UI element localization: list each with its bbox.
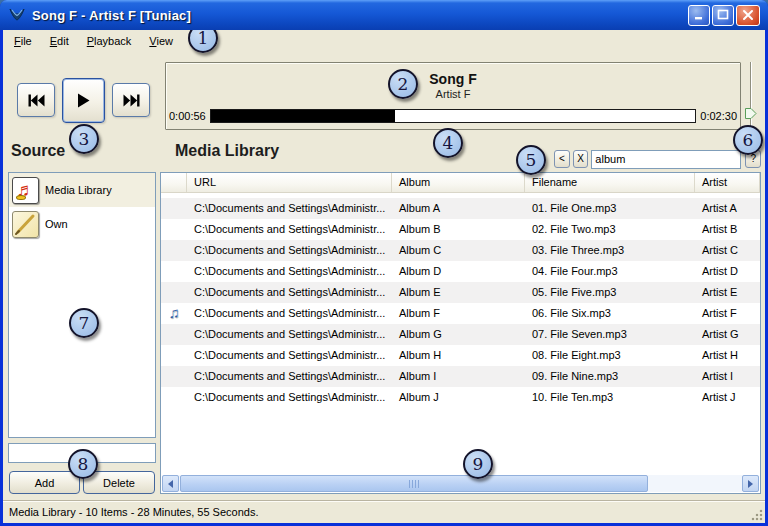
library-table: URLAlbumFilenameArtist C:\Documents and … [160,172,761,494]
table-row[interactable]: C:\Documents and Settings\Administr...Al… [161,261,760,282]
minimize-button[interactable] [688,5,710,26]
column-header-artist[interactable]: Artist [695,173,760,192]
search-input[interactable] [591,150,741,169]
cell-gutter [161,345,187,366]
next-button[interactable] [112,83,150,117]
cell-gutter [161,240,187,261]
menu-playback[interactable]: Playback [78,32,141,50]
cell-gutter: ♫ [161,303,187,324]
scroll-left-button[interactable] [162,475,179,492]
progress-row: 0:00:56 0:02:30 [169,109,737,123]
cell-gutter [161,387,187,408]
seek-bar[interactable] [210,109,697,123]
source-item-label: Own [45,218,68,230]
menu-bar: FileEditPlaybackViewHelp [3,30,765,52]
source-list: ♬Media LibraryOwn [8,172,156,438]
column-header-filename[interactable]: Filename [525,173,695,192]
cell-filename: 10. File Ten.mp3 [525,387,695,408]
table-row[interactable]: ♫C:\Documents and Settings\Administr...A… [161,303,760,324]
tuniac-logo-icon [8,6,28,24]
cell-gutter [161,198,187,219]
total-time: 0:02:30 [700,110,737,122]
library-heading: Media Library [175,142,279,160]
cell-filename: 02. File Two.mp3 [525,219,695,240]
callout-7: 7 [69,308,99,338]
window-title: Song F - Artist F [Tuniac] [32,8,688,23]
menu-view[interactable]: View [140,32,182,50]
close-button[interactable] [736,5,760,26]
cell-url: C:\Documents and Settings\Administr... [187,282,392,303]
cell-artist: Artist E [695,282,760,303]
column-header-album[interactable]: Album [392,173,525,192]
song-title: Song F [166,71,740,87]
client-area: FileEditPlaybackViewHelp Song F Artist F… [3,30,765,500]
scroll-left-arrow-icon [168,480,173,488]
table-row[interactable]: C:\Documents and Settings\Administr...Al… [161,366,760,387]
cell-album: Album D [392,261,525,282]
cell-album: Album G [392,324,525,345]
source-heading: Source [11,142,65,160]
callout-9: 9 [463,449,493,479]
cell-filename: 01. File One.mp3 [525,198,695,219]
cell-artist: Artist H [695,345,760,366]
delete-button[interactable]: Delete [83,471,155,494]
menu-edit[interactable]: Edit [41,32,78,50]
status-bar: Media Library - 10 Items - 28 Minutes, 5… [3,500,765,523]
cell-album: Album C [392,240,525,261]
source-item-media-library[interactable]: ♬Media Library [9,173,155,207]
cell-url: C:\Documents and Settings\Administr... [187,345,392,366]
cell-artist: Artist D [695,261,760,282]
cell-album: Album A [392,198,525,219]
previous-button[interactable] [17,83,55,117]
play-button[interactable] [62,78,105,123]
cell-filename: 03. File Three.mp3 [525,240,695,261]
now-playing-icon: ♫ [168,304,179,321]
cell-gutter [161,282,187,303]
table-row[interactable]: C:\Documents and Settings\Administr...Al… [161,282,760,303]
table-row[interactable]: C:\Documents and Settings\Administr...Al… [161,324,760,345]
elapsed-time: 0:00:56 [169,110,206,122]
cell-artist: Artist J [695,387,760,408]
cell-artist: Artist F [695,303,760,324]
title-bar[interactable]: Song F - Artist F [Tuniac] [0,0,768,30]
search-clear-button[interactable]: X [573,150,589,168]
cell-url: C:\Documents and Settings\Administr... [187,324,392,345]
cell-album: Album J [392,387,525,408]
scrollbar-thumb[interactable] [180,475,648,492]
scroll-right-button[interactable] [742,475,759,492]
cell-artist: Artist G [695,324,760,345]
callout-2: 2 [388,69,418,99]
cell-url: C:\Documents and Settings\Administr... [187,303,392,324]
cell-artist: Artist C [695,240,760,261]
table-row[interactable]: C:\Documents and Settings\Administr...Al… [161,219,760,240]
column-header-gutter[interactable] [161,173,187,192]
cell-album: Album B [392,219,525,240]
cell-url: C:\Documents and Settings\Administr... [187,198,392,219]
resize-grip[interactable] [750,508,763,521]
search-bar: < X ? [554,149,761,169]
callout-4: 4 [433,128,463,158]
maximize-button[interactable] [712,5,734,26]
callout-8: 8 [68,449,98,479]
search-prev-button[interactable]: < [554,150,570,168]
now-playing-panel: Song F Artist F 0:00:56 0:02:30 [165,62,741,130]
cell-artist: Artist B [695,219,760,240]
cell-url: C:\Documents and Settings\Administr... [187,240,392,261]
cell-gutter [161,219,187,240]
volume-slider-thumb[interactable] [745,108,757,119]
cell-filename: 07. File Seven.mp3 [525,324,695,345]
table-row[interactable]: C:\Documents and Settings\Administr...Al… [161,387,760,408]
cell-url: C:\Documents and Settings\Administr... [187,261,392,282]
column-header-url[interactable]: URL [187,173,392,192]
horizontal-scrollbar[interactable] [162,475,759,492]
table-row[interactable]: C:\Documents and Settings\Administr...Al… [161,345,760,366]
table-row[interactable]: C:\Documents and Settings\Administr...Al… [161,240,760,261]
cell-url: C:\Documents and Settings\Administr... [187,219,392,240]
table-row[interactable]: C:\Documents and Settings\Administr...Al… [161,198,760,219]
source-item-label: Media Library [45,184,112,196]
cell-artist: Artist A [695,198,760,219]
add-button[interactable]: Add [9,471,80,494]
menu-file[interactable]: File [5,32,41,50]
source-item-own[interactable]: Own [9,207,155,241]
callout-3: 3 [69,124,99,154]
